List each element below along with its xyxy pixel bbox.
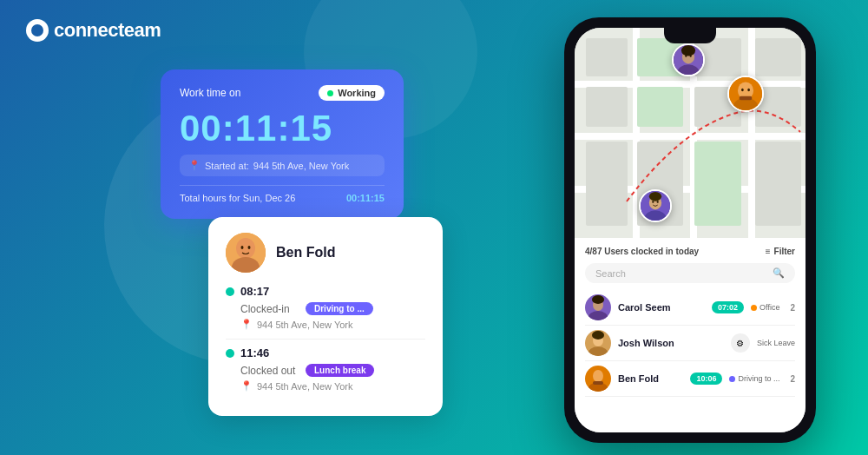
josh-status: Sick Leave (757, 339, 795, 347)
work-time-header: Work time on Working (180, 85, 385, 101)
user-list-area: 4/87 Users clocked in today ≡ Filter Sea… (575, 238, 806, 432)
location-1: 📍 944 5th Ave, New York (240, 319, 425, 330)
driving-tag: Driving to ... (306, 302, 373, 315)
timeline-dot-2 (226, 349, 234, 358)
clocked-in-label: Clocked-in (240, 303, 297, 315)
timeline-row-1: Clocked-in Driving to ... (240, 302, 425, 315)
ben-status-label: Driving to ... (738, 374, 779, 383)
location-2: 📍 944 5th Ave, New York (240, 380, 425, 392)
total-value: 00:11:15 (346, 193, 385, 203)
user-row-josh[interactable]: Josh Wilson ⚙ Sick Leave (585, 326, 795, 361)
ben-header: Ben Fold (226, 233, 425, 273)
map-avatar-1 (672, 43, 705, 76)
svg-point-12 (681, 45, 695, 56)
user-row-ben[interactable]: Ben Fold 10:06 Driving to ... 2 (585, 361, 795, 397)
carol-status-dot (751, 305, 757, 311)
timeline-divider (226, 339, 425, 340)
carol-status: Office (751, 303, 779, 312)
logo: connecteam (26, 19, 161, 42)
loc-pin-icon-1: 📍 (240, 319, 253, 330)
timeline-row-2: Clocked out Lunch break (240, 364, 425, 377)
sick-leave-icon: ⚙ (731, 333, 750, 353)
work-time-card: Work time on Working 00:11:15 📍 Started … (161, 69, 404, 219)
work-location: 📍 Started at: 944 5th Ave, New York (180, 155, 385, 176)
timeline-time-2: 11:46 (226, 346, 425, 359)
loc-pin-icon-2: 📍 (240, 380, 253, 392)
filter-button[interactable]: ≡ Filter (766, 247, 795, 256)
working-dot (327, 90, 333, 96)
work-total: Total hours for Sun, Dec 26 00:11:15 (180, 185, 385, 203)
ben-time: 10:06 (690, 373, 722, 385)
work-time-value: 00:11:15 (180, 108, 385, 149)
ben-name: Ben Fold (276, 245, 335, 260)
working-status: Working (338, 88, 376, 98)
svg-point-23 (657, 201, 659, 203)
ben-name-list: Ben Fold (618, 373, 683, 384)
search-placeholder: Search (595, 268, 767, 279)
svg-point-16 (741, 89, 744, 92)
timeline-time-1: 08:17 (226, 285, 425, 298)
map-avatar-2 (727, 76, 764, 112)
users-count: 4/87 Users clocked in today (585, 247, 699, 256)
ben-count: 2 (790, 374, 795, 384)
carol-count: 2 (790, 303, 795, 313)
carol-avatar (585, 294, 611, 320)
working-badge: Working (319, 85, 385, 101)
ben-avatar-list (585, 366, 611, 392)
map-area (575, 28, 806, 238)
phone-shell: 4/87 Users clocked in today ≡ Filter Sea… (564, 17, 816, 443)
phone-mockup: 4/87 Users clocked in today ≡ Filter Sea… (564, 17, 816, 443)
carol-time: 07:02 (712, 301, 744, 313)
ben-status: Driving to ... (729, 374, 779, 383)
svg-point-1 (31, 24, 43, 36)
timeline-dot-1 (226, 287, 234, 296)
filter-icon: ≡ (766, 247, 771, 256)
ben-status-dot (729, 376, 735, 382)
lunch-tag: Lunch break (306, 364, 374, 377)
svg-point-5 (241, 246, 244, 249)
carol-status-label: Office (760, 303, 779, 312)
svg-point-28 (592, 295, 604, 304)
josh-avatar (585, 330, 611, 356)
started-label: Started at: (205, 161, 249, 171)
svg-rect-36 (593, 381, 603, 385)
svg-point-24 (649, 192, 661, 201)
search-icon: 🔍 (773, 267, 785, 279)
josh-status-label: Sick Leave (757, 339, 795, 347)
pin-icon: 📍 (188, 160, 201, 171)
user-row-carol[interactable]: Carol Seem 07:02 Office 2 (585, 290, 795, 326)
ben-fold-card: Ben Fold 08:17 Clocked-in Driving to ...… (208, 217, 443, 416)
svg-point-32 (592, 331, 604, 340)
list-header: 4/87 Users clocked in today ≡ Filter (585, 247, 795, 256)
svg-point-22 (653, 201, 654, 203)
ben-avatar (226, 233, 266, 273)
phone-screen: 4/87 Users clocked in today ≡ Filter Sea… (575, 28, 806, 432)
svg-point-34 (593, 370, 603, 382)
filter-label: Filter (774, 247, 795, 256)
clocked-out-label: Clocked out (240, 365, 297, 377)
carol-name: Carol Seem (618, 302, 705, 313)
total-label: Total hours for Sun, Dec 26 (180, 193, 295, 203)
svg-point-6 (248, 246, 251, 249)
work-time-label: Work time on (180, 87, 240, 99)
timeline-item-2: 11:46 Clocked out Lunch break 📍 944 5th … (226, 346, 425, 392)
timeline-item-1: 08:17 Clocked-in Driving to ... 📍 944 5t… (226, 285, 425, 330)
josh-name: Josh Wilson (618, 338, 724, 348)
phone-notch (664, 28, 716, 43)
search-bar[interactable]: Search 🔍 (585, 263, 795, 283)
started-location: 944 5th Ave, New York (253, 161, 350, 171)
svg-point-17 (747, 89, 750, 92)
svg-rect-18 (740, 96, 752, 101)
svg-point-3 (236, 238, 255, 259)
